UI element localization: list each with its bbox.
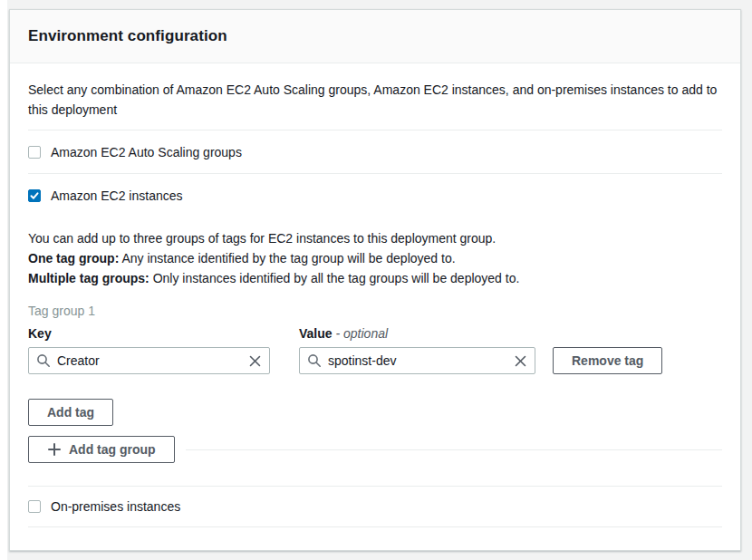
card-header: Environment configuration <box>10 10 740 63</box>
auto-scaling-groups-label: Amazon EC2 Auto Scaling groups <box>51 145 242 159</box>
environment-configuration-card: Environment configuration Select any com… <box>9 9 741 551</box>
value-search-box <box>299 347 535 374</box>
option-row-ec2-instances: Amazon EC2 instances <box>28 174 722 217</box>
tag-group-title: Tag group 1 <box>28 304 722 318</box>
left-gutter <box>0 0 7 560</box>
checkmark-icon <box>30 191 39 200</box>
add-tag-group-button[interactable]: Add tag group <box>28 436 175 463</box>
value-optional-hint: - optional <box>335 326 388 341</box>
clear-x-icon <box>514 354 527 368</box>
value-label: Value - optional <box>299 326 388 341</box>
tag-groups-note: You can add up to three groups of tags f… <box>28 228 722 288</box>
value-input[interactable] <box>328 353 514 368</box>
on-premises-checkbox[interactable] <box>28 500 41 513</box>
key-input[interactable] <box>57 353 248 368</box>
tag-fields-row: Remove tag <box>28 347 722 374</box>
card-body: Select any combination of Amazon EC2 Aut… <box>10 63 740 527</box>
key-search-box <box>28 347 270 374</box>
option-row-auto-scaling-groups: Amazon EC2 Auto Scaling groups <box>28 130 722 173</box>
value-clear-button[interactable] <box>514 354 527 368</box>
multiple-tag-groups-line: Multiple tag groups: Only instances iden… <box>28 268 722 288</box>
tag-field-labels: Key Value - optional <box>28 325 722 342</box>
option-row-on-premises: On-premises instances <box>28 487 722 526</box>
add-tag-group-row: Add tag group <box>28 436 722 463</box>
ec2-instances-label: Amazon EC2 instances <box>51 188 183 203</box>
add-tag-button[interactable]: Add tag <box>28 399 113 426</box>
on-premises-label: On-premises instances <box>51 499 180 514</box>
remove-tag-button[interactable]: Remove tag <box>553 347 662 374</box>
card-title: Environment configuration <box>28 27 227 45</box>
divider <box>186 449 722 450</box>
tag-groups-intro: You can add up to three groups of tags f… <box>28 228 722 248</box>
key-clear-button[interactable] <box>248 354 262 368</box>
auto-scaling-groups-checkbox[interactable] <box>28 146 41 159</box>
clear-x-icon <box>248 354 262 368</box>
plus-icon <box>47 442 62 457</box>
ec2-instances-checkbox[interactable] <box>28 189 41 202</box>
one-tag-group-line: One tag group: Any instance identified b… <box>28 248 722 268</box>
divider <box>28 526 722 527</box>
card-description: Select any combination of Amazon EC2 Aut… <box>28 80 718 120</box>
ec2-tags-section: You can add up to three groups of tags f… <box>28 228 722 463</box>
key-label: Key <box>28 326 52 341</box>
search-icon <box>36 353 51 368</box>
search-icon <box>307 353 322 368</box>
add-tag-group-label: Add tag group <box>69 442 156 457</box>
